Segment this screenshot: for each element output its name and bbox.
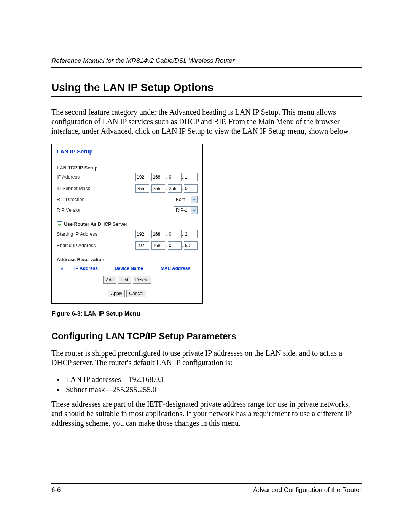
list-item: LAN IP addresses—192.168.0.1 — [64, 375, 362, 384]
running-header: Reference Manual for the MR814v2 Cable/D… — [51, 57, 362, 68]
col-mac: MAC Address — [153, 265, 198, 272]
col-hash: # — [57, 265, 67, 272]
add-button[interactable]: Add — [103, 276, 116, 284]
end-ip-octet-1[interactable] — [135, 241, 149, 250]
subsection-para2: These addresses are part of the IETF-des… — [51, 399, 362, 428]
ip-octet-4[interactable] — [184, 173, 198, 181]
start-ip-octet-2[interactable] — [151, 230, 165, 238]
rip-direction-label: RIP Direction — [57, 197, 174, 202]
page-footer: 6-6 Advanced Configuration of the Router — [51, 483, 362, 494]
ip-octet-2[interactable] — [151, 173, 165, 181]
rip-version-select[interactable]: RIP-1 — [174, 206, 198, 214]
dhcp-checkbox[interactable] — [57, 221, 62, 227]
divider — [57, 217, 198, 217]
ip-address-fields: . . . — [135, 173, 198, 181]
list-item: Subnet mask—255.255.255.0 — [64, 385, 362, 394]
reservation-heading: Address Reservation — [57, 257, 198, 262]
end-ip-octet-2[interactable] — [151, 241, 165, 250]
col-ip: IP Address — [67, 265, 105, 272]
chevron-down-icon — [191, 196, 197, 203]
rip-version-value: RIP-1 — [174, 208, 191, 213]
end-ip-fields: . . . — [135, 241, 198, 250]
rip-direction-select[interactable]: Both — [174, 196, 198, 203]
col-device: Device Name — [105, 265, 153, 272]
rip-version-label: RIP Version — [57, 208, 174, 213]
start-ip-label: Starting IP Address — [57, 232, 135, 237]
bullet-list: LAN IP addresses—192.168.0.1 Subnet mask… — [51, 375, 362, 394]
subnet-label: IP Subnet Mask — [57, 186, 135, 191]
start-ip-fields: . . . — [135, 230, 198, 238]
lan-ip-setup-screenshot: LAN IP Setup LAN TCP/IP Setup IP Address… — [51, 144, 203, 304]
rip-direction-value: Both — [174, 197, 191, 202]
dhcp-checkbox-label: Use Router As DHCP Server — [64, 222, 127, 227]
delete-button[interactable]: Delete — [133, 276, 151, 284]
end-ip-octet-4[interactable] — [184, 241, 198, 250]
page-number: 6-6 — [51, 486, 61, 494]
figure: LAN IP Setup LAN TCP/IP Setup IP Address… — [51, 144, 362, 317]
subnet-octet-3[interactable] — [168, 184, 182, 193]
chevron-down-icon — [191, 207, 197, 214]
subsection-heading: Configuring LAN TCP/IP Setup Parameters — [51, 331, 362, 342]
subnet-octet-1[interactable] — [135, 184, 149, 193]
ip-octet-1[interactable] — [135, 173, 149, 181]
section-heading: Using the LAN IP Setup Options — [51, 81, 362, 97]
tcpip-heading: LAN TCP/IP Setup — [57, 165, 198, 171]
subnet-octet-2[interactable] — [151, 184, 165, 193]
start-ip-octet-1[interactable] — [135, 230, 149, 238]
reservation-table: # IP Address Device Name MAC Address — [57, 265, 198, 272]
subsection-para1: The router is shipped preconfigured to u… — [51, 348, 362, 367]
end-ip-label: Ending IP Address — [57, 243, 135, 248]
end-ip-octet-3[interactable] — [168, 241, 182, 250]
cancel-button[interactable]: Cancel — [126, 290, 146, 297]
panel-title: LAN IP Setup — [57, 148, 198, 155]
ip-octet-3[interactable] — [168, 173, 182, 181]
figure-caption: Figure 6-3: LAN IP Setup Menu — [51, 310, 362, 317]
intro-paragraph: The second feature category under the Ad… — [51, 107, 362, 136]
start-ip-octet-3[interactable] — [168, 230, 182, 238]
apply-button[interactable]: Apply — [108, 290, 125, 297]
start-ip-octet-4[interactable] — [184, 230, 198, 238]
subnet-octet-4[interactable] — [184, 184, 198, 193]
edit-button[interactable]: Edit — [118, 276, 131, 284]
check-icon — [58, 222, 62, 226]
ip-address-label: IP Address — [57, 174, 135, 180]
divider — [57, 253, 198, 253]
subnet-fields: . . . — [135, 184, 198, 193]
chapter-title: Advanced Configuration of the Router — [253, 486, 362, 494]
